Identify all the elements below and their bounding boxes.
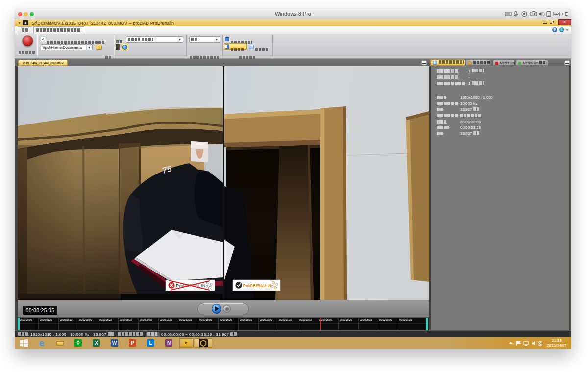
svg-text:ProDRENALIN: ProDRENALIN	[243, 283, 271, 288]
